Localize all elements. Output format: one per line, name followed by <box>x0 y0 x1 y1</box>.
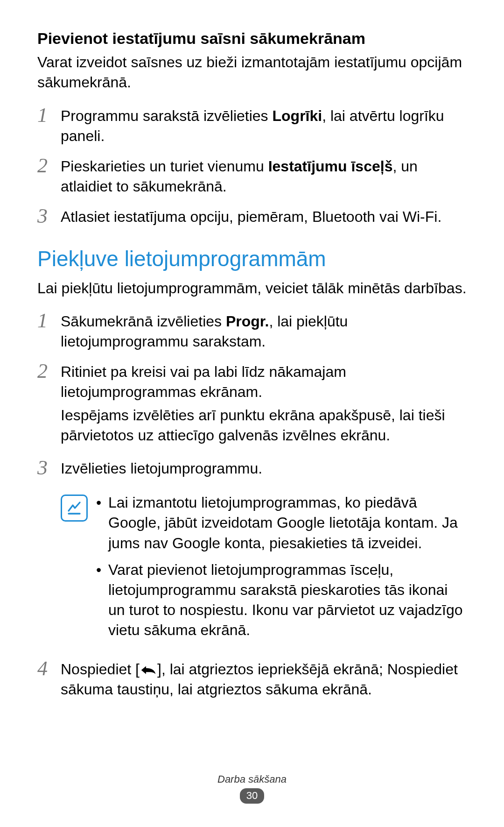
page-footer: Darba sākšana 30 <box>0 773 504 804</box>
note-item: Varat pievienot lietojumprogrammas īsceļ… <box>96 560 467 641</box>
step-text: Ritiniet pa kreisi vai pa labi līdz nāka… <box>61 362 467 448</box>
step: 3 Atlasiet iestatījuma opciju, piemēram,… <box>37 207 467 227</box>
note-item: Lai izmantotu lietojumprogrammas, ko pie… <box>96 493 467 553</box>
step-text: Izvēlieties lietojumprogrammu. <box>61 459 467 479</box>
step: 1 Programmu sarakstā izvēlieties Logrīki… <box>37 106 467 146</box>
footer-section-label: Darba sākšana <box>0 773 504 785</box>
section2-intro: Lai piekļūtu lietojumprogrammām, veiciet… <box>37 278 467 298</box>
step: 4 Nospiediet [], lai atgrieztos iepriekš… <box>37 659 467 700</box>
step-number: 3 <box>37 206 61 226</box>
section1-steps: 1 Programmu sarakstā izvēlieties Logrīki… <box>37 106 467 227</box>
step-text: Atlasiet iestatījuma opciju, piemēram, B… <box>61 207 467 227</box>
step-number: 4 <box>37 658 61 679</box>
step: 3 Izvēlieties lietojumprogrammu. <box>37 459 467 479</box>
step-number: 2 <box>37 361 61 382</box>
step: 1 Sākumekrānā izvēlieties Progr., lai pi… <box>37 311 467 352</box>
section2-step4-wrap: 4 Nospiediet [], lai atgrieztos iepriekš… <box>37 659 467 700</box>
note-block: Lai izmantotu lietojumprogrammas, ko pie… <box>61 493 467 647</box>
note-icon <box>61 495 88 522</box>
section2-heading: Piekļuve lietojumprogrammām <box>37 246 467 272</box>
step: 2 Pieskarieties un turiet vienumu Iestat… <box>37 156 467 197</box>
section1-title: Pievienot iestatījumu saīsni sākumekrāna… <box>37 28 467 49</box>
step: 2 Ritiniet pa kreisi vai pa labi līdz nā… <box>37 362 467 448</box>
section2-steps: 1 Sākumekrānā izvēlieties Progr., lai pi… <box>37 311 467 479</box>
page-number-badge: 30 <box>240 788 264 804</box>
back-icon <box>140 664 156 676</box>
step-text: Sākumekrānā izvēlieties Progr., lai piek… <box>61 311 467 352</box>
step-text: Programmu sarakstā izvēlieties Logrīki, … <box>61 106 467 146</box>
step-number: 2 <box>37 156 61 176</box>
step-text: Nospiediet [], lai atgrieztos iepriekšēj… <box>61 659 467 700</box>
step-text: Pieskarieties un turiet vienumu Iestatīj… <box>61 156 467 197</box>
step-number: 1 <box>37 311 61 331</box>
document-page: Pievienot iestatījumu saīsni sākumekrāna… <box>0 0 504 827</box>
step-number: 3 <box>37 458 61 478</box>
note-body: Lai izmantotu lietojumprogrammas, ko pie… <box>96 493 467 647</box>
section1-intro: Varat izveidot saīsnes uz bieži izmantot… <box>37 52 467 92</box>
step-number: 1 <box>37 105 61 126</box>
